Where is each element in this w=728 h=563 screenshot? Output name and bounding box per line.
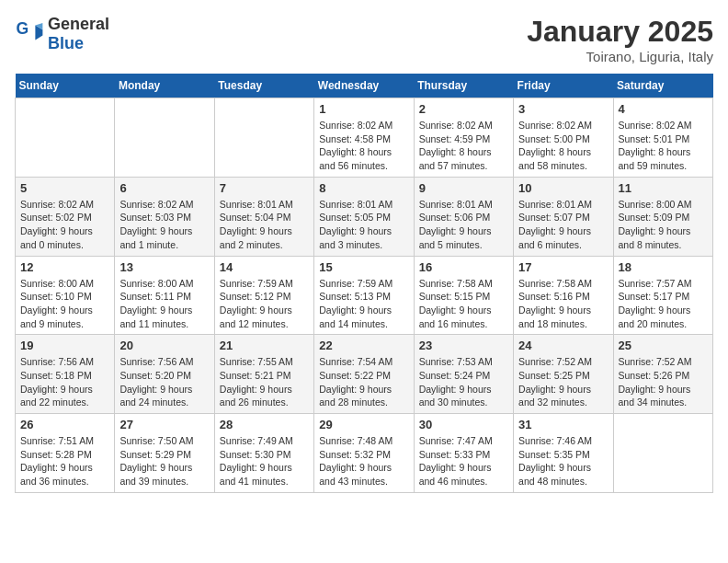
day-number: 2 bbox=[419, 102, 508, 116]
calendar-subtitle: Toirano, Liguria, Italy bbox=[527, 49, 713, 64]
day-number: 8 bbox=[319, 181, 408, 195]
day-info: Sunrise: 7:50 AMSunset: 5:29 PMDaylight:… bbox=[119, 434, 209, 488]
calendar-cell: 15Sunrise: 7:59 AMSunset: 5:13 PMDayligh… bbox=[314, 256, 414, 335]
calendar-cell: 17Sunrise: 7:58 AMSunset: 5:16 PMDayligh… bbox=[514, 256, 613, 335]
calendar-header: SundayMondayTuesdayWednesdayThursdayFrid… bbox=[16, 74, 713, 98]
weekday-header-thursday: Thursday bbox=[414, 74, 513, 98]
calendar-cell: 25Sunrise: 7:52 AMSunset: 5:26 PMDayligh… bbox=[613, 335, 712, 414]
weekday-header-monday: Monday bbox=[115, 74, 214, 98]
calendar-cell: 19Sunrise: 7:56 AMSunset: 5:18 PMDayligh… bbox=[16, 335, 115, 414]
day-number: 19 bbox=[20, 339, 109, 352]
day-number: 14 bbox=[220, 260, 309, 274]
day-number: 30 bbox=[419, 418, 508, 431]
calendar-cell: 26Sunrise: 7:51 AMSunset: 5:28 PMDayligh… bbox=[16, 414, 115, 493]
day-number: 13 bbox=[119, 260, 209, 274]
calendar-cell: 6Sunrise: 8:02 AMSunset: 5:03 PMDaylight… bbox=[115, 177, 214, 256]
calendar-cell bbox=[613, 414, 712, 493]
calendar-cell bbox=[214, 98, 313, 178]
day-info: Sunrise: 7:53 AMSunset: 5:24 PMDaylight:… bbox=[419, 355, 508, 409]
day-info: Sunrise: 8:02 AMSunset: 5:01 PMDaylight:… bbox=[619, 119, 708, 173]
calendar-cell: 30Sunrise: 7:47 AMSunset: 5:33 PMDayligh… bbox=[414, 414, 513, 493]
day-info: Sunrise: 7:56 AMSunset: 5:20 PMDaylight:… bbox=[119, 355, 209, 409]
weekday-header-row: SundayMondayTuesdayWednesdayThursdayFrid… bbox=[16, 74, 713, 98]
calendar-week-row: 26Sunrise: 7:51 AMSunset: 5:28 PMDayligh… bbox=[16, 414, 713, 493]
calendar-cell: 14Sunrise: 7:59 AMSunset: 5:12 PMDayligh… bbox=[214, 256, 313, 335]
calendar-week-row: 5Sunrise: 8:02 AMSunset: 5:02 PMDaylight… bbox=[16, 177, 713, 256]
svg-text:G: G bbox=[17, 19, 29, 38]
calendar-cell: 23Sunrise: 7:53 AMSunset: 5:24 PMDayligh… bbox=[414, 335, 513, 414]
calendar-cell: 10Sunrise: 8:01 AMSunset: 5:07 PMDayligh… bbox=[514, 177, 613, 256]
day-number: 24 bbox=[518, 339, 608, 352]
day-number: 17 bbox=[518, 260, 608, 274]
day-info: Sunrise: 8:00 AMSunset: 5:10 PMDaylight:… bbox=[20, 277, 109, 331]
day-info: Sunrise: 8:00 AMSunset: 5:09 PMDaylight:… bbox=[619, 198, 708, 252]
day-number: 16 bbox=[419, 260, 508, 274]
calendar-title: January 2025 bbox=[527, 15, 713, 49]
calendar-cell: 24Sunrise: 7:52 AMSunset: 5:25 PMDayligh… bbox=[514, 335, 613, 414]
day-info: Sunrise: 7:48 AMSunset: 5:32 PMDaylight:… bbox=[319, 434, 408, 488]
calendar-cell: 9Sunrise: 8:01 AMSunset: 5:06 PMDaylight… bbox=[414, 177, 513, 256]
day-info: Sunrise: 7:47 AMSunset: 5:33 PMDaylight:… bbox=[419, 434, 508, 488]
day-info: Sunrise: 7:55 AMSunset: 5:21 PMDaylight:… bbox=[220, 355, 309, 409]
day-number: 23 bbox=[419, 339, 508, 352]
day-info: Sunrise: 7:59 AMSunset: 5:12 PMDaylight:… bbox=[220, 277, 309, 331]
day-number: 20 bbox=[119, 339, 209, 352]
day-number: 10 bbox=[518, 181, 608, 195]
day-info: Sunrise: 7:54 AMSunset: 5:22 PMDaylight:… bbox=[319, 355, 408, 409]
day-info: Sunrise: 8:01 AMSunset: 5:06 PMDaylight:… bbox=[419, 198, 508, 252]
calendar-cell: 5Sunrise: 8:02 AMSunset: 5:02 PMDaylight… bbox=[16, 177, 115, 256]
weekday-header-wednesday: Wednesday bbox=[314, 74, 414, 98]
calendar-cell: 1Sunrise: 8:02 AMSunset: 4:58 PMDaylight… bbox=[314, 98, 414, 178]
day-info: Sunrise: 8:01 AMSunset: 5:07 PMDaylight:… bbox=[518, 198, 608, 252]
title-block: January 2025 Toirano, Liguria, Italy bbox=[527, 15, 713, 64]
day-info: Sunrise: 7:46 AMSunset: 5:35 PMDaylight:… bbox=[518, 434, 608, 488]
day-number: 4 bbox=[619, 102, 708, 116]
day-number: 1 bbox=[319, 102, 408, 116]
day-number: 18 bbox=[619, 260, 708, 274]
calendar-cell: 29Sunrise: 7:48 AMSunset: 5:32 PMDayligh… bbox=[314, 414, 414, 493]
day-info: Sunrise: 7:57 AMSunset: 5:17 PMDaylight:… bbox=[619, 277, 708, 331]
calendar-cell: 11Sunrise: 8:00 AMSunset: 5:09 PMDayligh… bbox=[613, 177, 712, 256]
calendar-cell: 8Sunrise: 8:01 AMSunset: 5:05 PMDaylight… bbox=[314, 177, 414, 256]
weekday-header-friday: Friday bbox=[514, 74, 613, 98]
calendar-cell: 31Sunrise: 7:46 AMSunset: 5:35 PMDayligh… bbox=[514, 414, 613, 493]
calendar-week-row: 12Sunrise: 8:00 AMSunset: 5:10 PMDayligh… bbox=[16, 256, 713, 335]
day-info: Sunrise: 7:58 AMSunset: 5:16 PMDaylight:… bbox=[518, 277, 608, 331]
calendar-cell: 20Sunrise: 7:56 AMSunset: 5:20 PMDayligh… bbox=[115, 335, 214, 414]
day-number: 7 bbox=[220, 181, 309, 195]
weekday-header-tuesday: Tuesday bbox=[214, 74, 313, 98]
calendar-cell: 16Sunrise: 7:58 AMSunset: 5:15 PMDayligh… bbox=[414, 256, 513, 335]
day-number: 9 bbox=[419, 181, 508, 195]
calendar-cell: 27Sunrise: 7:50 AMSunset: 5:29 PMDayligh… bbox=[115, 414, 214, 493]
calendar-cell: 21Sunrise: 7:55 AMSunset: 5:21 PMDayligh… bbox=[214, 335, 313, 414]
day-number: 26 bbox=[20, 418, 109, 431]
calendar-cell: 2Sunrise: 8:02 AMSunset: 4:59 PMDaylight… bbox=[414, 98, 513, 178]
day-number: 28 bbox=[220, 418, 309, 431]
day-number: 25 bbox=[619, 339, 708, 352]
calendar-cell: 13Sunrise: 8:00 AMSunset: 5:11 PMDayligh… bbox=[115, 256, 214, 335]
calendar-week-row: 19Sunrise: 7:56 AMSunset: 5:18 PMDayligh… bbox=[16, 335, 713, 414]
day-info: Sunrise: 8:02 AMSunset: 5:00 PMDaylight:… bbox=[518, 119, 608, 173]
day-info: Sunrise: 7:49 AMSunset: 5:30 PMDaylight:… bbox=[220, 434, 309, 488]
weekday-header-saturday: Saturday bbox=[613, 74, 712, 98]
calendar-week-row: 1Sunrise: 8:02 AMSunset: 4:58 PMDaylight… bbox=[16, 98, 713, 178]
day-number: 27 bbox=[119, 418, 209, 431]
calendar-cell: 12Sunrise: 8:00 AMSunset: 5:10 PMDayligh… bbox=[16, 256, 115, 335]
day-number: 6 bbox=[119, 181, 209, 195]
day-number: 11 bbox=[619, 181, 708, 195]
calendar-cell: 22Sunrise: 7:54 AMSunset: 5:22 PMDayligh… bbox=[314, 335, 414, 414]
day-info: Sunrise: 8:01 AMSunset: 5:05 PMDaylight:… bbox=[319, 198, 408, 252]
day-number: 22 bbox=[319, 339, 408, 352]
day-info: Sunrise: 7:58 AMSunset: 5:15 PMDaylight:… bbox=[419, 277, 508, 331]
day-info: Sunrise: 8:01 AMSunset: 5:04 PMDaylight:… bbox=[220, 198, 309, 252]
logo-icon: G bbox=[15, 19, 44, 49]
day-number: 5 bbox=[20, 181, 109, 195]
calendar-cell bbox=[115, 98, 214, 178]
day-number: 3 bbox=[518, 102, 608, 116]
calendar-cell: 4Sunrise: 8:02 AMSunset: 5:01 PMDaylight… bbox=[613, 98, 712, 178]
logo-blue-text: Blue bbox=[48, 34, 84, 52]
calendar-cell: 7Sunrise: 8:01 AMSunset: 5:04 PMDaylight… bbox=[214, 177, 313, 256]
day-info: Sunrise: 7:59 AMSunset: 5:13 PMDaylight:… bbox=[319, 277, 408, 331]
logo: G General Blue bbox=[15, 15, 109, 53]
calendar-cell: 3Sunrise: 8:02 AMSunset: 5:00 PMDaylight… bbox=[514, 98, 613, 178]
